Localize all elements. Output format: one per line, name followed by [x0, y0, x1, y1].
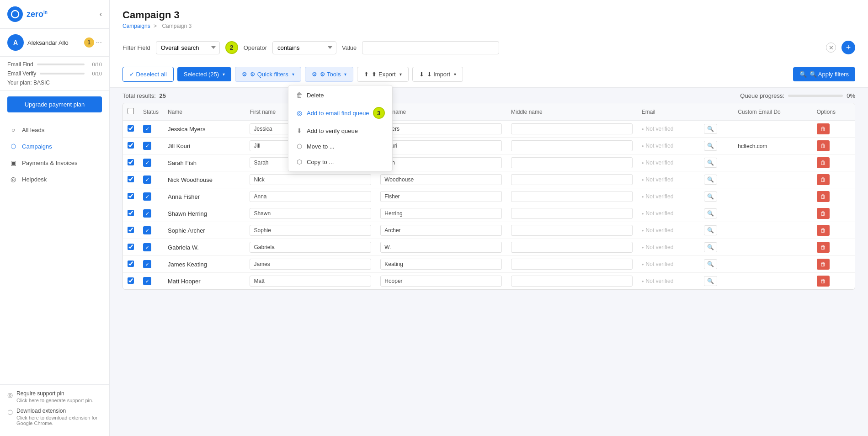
table-row: ✓ Gabriela W. Not verified 🔍 🗑 — [123, 239, 855, 256]
download-ext-item[interactable]: ⬡ Download extension Click here to downl… — [7, 408, 102, 426]
last-name-field[interactable] — [380, 225, 502, 236]
move-to-icon: ⬡ — [296, 143, 303, 150]
last-name-field[interactable] — [380, 174, 502, 185]
delete-row-button[interactable]: 🗑 — [817, 157, 830, 168]
deselect-all-button[interactable]: ✓ Deselect all — [122, 67, 174, 82]
last-name-field[interactable] — [380, 276, 502, 287]
first-name-field[interactable] — [250, 276, 371, 287]
row-checkbox[interactable] — [128, 142, 134, 149]
row-checkbox[interactable] — [128, 193, 134, 199]
row-checkbox[interactable] — [128, 176, 134, 182]
search-email-button[interactable]: 🔍 — [704, 175, 717, 185]
row-checkbox[interactable] — [128, 210, 134, 216]
status-badge: ✓ — [143, 209, 151, 218]
export-caret: ▾ — [399, 72, 402, 77]
support-pin-item[interactable]: ◎ Require support pin Click here to gene… — [7, 390, 102, 403]
email-status: Not verified — [642, 126, 695, 132]
search-email-button[interactable]: 🔍 — [704, 191, 717, 202]
delete-row-button[interactable]: 🗑 — [817, 242, 830, 253]
col-header-name: Name — [163, 103, 245, 121]
search-email-button[interactable]: 🔍 — [704, 208, 717, 218]
selected-button[interactable]: Selected (25) ▾ — [177, 67, 231, 81]
row-checkbox[interactable] — [128, 227, 134, 233]
sidebar-item-campaigns[interactable]: ⬡ Campaigns — [0, 138, 109, 154]
dropdown-copy-to[interactable]: ⬡ Copy to ... — [288, 154, 392, 170]
delete-row-button[interactable]: 🗑 — [817, 123, 830, 134]
import-button[interactable]: ⬇ ⬇ Import ▾ — [412, 67, 463, 82]
tools-button[interactable]: ⚙ ⚙ Tools ▾ — [305, 67, 354, 82]
delete-row-button[interactable]: 🗑 — [817, 276, 830, 287]
filter-field-select[interactable]: Overall search — [156, 41, 220, 54]
apply-filters-button[interactable]: 🔍 🔍 Apply filters — [793, 67, 855, 81]
export-button[interactable]: ⬆ ⬆ Export ▾ — [357, 67, 408, 82]
search-email-button[interactable]: 🔍 — [704, 124, 717, 134]
search-email-button[interactable]: 🔍 — [704, 141, 717, 151]
delete-row-button[interactable]: 🗑 — [817, 140, 830, 151]
filter-clear-button[interactable]: ✕ — [826, 43, 836, 53]
middle-name-field[interactable] — [511, 174, 633, 185]
filter-add-button[interactable]: + — [841, 41, 855, 54]
sidebar-item-all-leads[interactable]: ○ All leads — [0, 122, 109, 138]
delete-row-button[interactable]: 🗑 — [817, 174, 830, 185]
col-header-middle: Middle name — [506, 103, 637, 121]
last-name-field[interactable] — [380, 140, 502, 151]
first-name-field[interactable] — [250, 174, 371, 185]
back-button[interactable]: ‹ — [100, 10, 102, 18]
last-name-field[interactable] — [380, 259, 502, 270]
quick-filters-button[interactable]: ⚙ ⚙ Quick filters ▾ — [235, 67, 301, 82]
middle-name-field[interactable] — [511, 191, 633, 202]
step-2-badge: 2 — [225, 41, 238, 54]
sidebar-item-payments[interactable]: ▣ Payments & Invoices — [0, 154, 109, 171]
first-name-field[interactable] — [250, 191, 371, 202]
middle-name-field[interactable] — [511, 208, 633, 219]
delete-row-button[interactable]: 🗑 — [817, 259, 830, 270]
row-checkbox[interactable] — [128, 244, 134, 250]
search-email-button[interactable]: 🔍 — [704, 276, 717, 286]
first-name-field[interactable] — [250, 225, 371, 236]
row-checkbox[interactable] — [128, 125, 134, 132]
status-badge: ✓ — [143, 226, 151, 234]
email-verify-stat: Email Verify 0/10 — [7, 70, 102, 77]
table-row: ✓ Sophie Archer Not verified 🔍 🗑 — [123, 222, 855, 239]
last-name-field[interactable] — [380, 208, 502, 219]
last-name-field[interactable] — [380, 191, 502, 202]
middle-name-field[interactable] — [511, 225, 633, 236]
select-all-checkbox[interactable] — [128, 108, 134, 114]
user-menu-dots[interactable]: ··· — [96, 38, 102, 47]
sidebar-item-label: All leads — [22, 127, 44, 133]
delete-row-button[interactable]: 🗑 — [817, 225, 830, 236]
first-name-field[interactable] — [250, 259, 371, 270]
filter-value-input[interactable] — [362, 41, 499, 54]
search-email-button[interactable]: 🔍 — [704, 158, 717, 168]
middle-name-field[interactable] — [511, 276, 633, 287]
search-email-button[interactable]: 🔍 — [704, 225, 717, 235]
verify-queue-icon: ⬇ — [296, 127, 303, 134]
export-icon: ⬆ — [364, 71, 369, 78]
dropdown-add-email-find[interactable]: ◎ Add to email find queue 3 — [288, 103, 392, 123]
last-name-field[interactable] — [380, 157, 502, 168]
breadcrumb-link[interactable]: Campaigns — [122, 23, 150, 29]
middle-name-field[interactable] — [511, 259, 633, 270]
logo-icon — [7, 6, 23, 22]
row-checkbox[interactable] — [128, 261, 134, 267]
dropdown-add-verify[interactable]: ⬇ Add to verify queue — [288, 123, 392, 138]
first-name-field[interactable] — [250, 208, 371, 219]
first-name-field[interactable] — [250, 242, 371, 253]
delete-row-button[interactable]: 🗑 — [817, 208, 830, 219]
delete-row-button[interactable]: 🗑 — [817, 191, 830, 202]
last-name-field[interactable] — [380, 123, 502, 134]
middle-name-field[interactable] — [511, 242, 633, 253]
row-checkbox[interactable] — [128, 277, 134, 284]
search-email-button[interactable]: 🔍 — [704, 242, 717, 252]
sidebar-item-helpdesk[interactable]: ◎ Helpdesk — [0, 171, 109, 187]
middle-name-field[interactable] — [511, 140, 633, 151]
row-checkbox[interactable] — [128, 159, 134, 165]
middle-name-field[interactable] — [511, 123, 633, 134]
dropdown-move-to[interactable]: ⬡ Move to ... — [288, 138, 392, 154]
last-name-field[interactable] — [380, 242, 502, 253]
upgrade-button[interactable]: Upgrade payment plan — [7, 96, 102, 112]
operator-select[interactable]: contains — [272, 41, 336, 54]
middle-name-field[interactable] — [511, 157, 633, 168]
dropdown-delete[interactable]: 🗑 Delete — [288, 87, 392, 103]
search-email-button[interactable]: 🔍 — [704, 259, 717, 269]
